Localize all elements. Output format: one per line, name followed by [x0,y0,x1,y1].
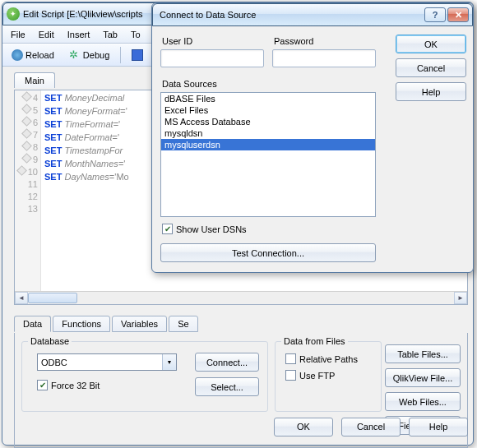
chevron-down-icon[interactable]: ▼ [162,354,176,370]
close-icon: ✕ [455,10,462,21]
qlikview-file-button[interactable]: QlikView File... [385,368,461,387]
list-item[interactable]: mysqldsn [161,127,375,139]
use-ftp-checkbox[interactable]: Use FTP [285,370,335,381]
tab-data[interactable]: Data [14,316,51,332]
tab-functions[interactable]: Functions [53,316,110,332]
main-ok-button[interactable]: OK [274,418,333,436]
dialog-button-column: OK Cancel Help [396,35,466,101]
datasources-listbox[interactable]: dBASE Files Excel Files MS Access Databa… [160,92,376,217]
reload-button[interactable]: Reload [6,47,60,63]
debug-icon: ✲ [69,49,81,61]
menu-tab[interactable]: Tab [96,28,124,41]
dialog-help-button[interactable]: Help [396,82,466,101]
debug-label: Debug [83,50,109,60]
combo-value: ODBC [41,358,67,367]
app-icon: ✦ [7,7,20,21]
save-button[interactable] [126,47,149,63]
use-ftp-label: Use FTP [299,371,335,381]
show-user-dsns-label: Show User DSNs [176,224,247,234]
files-legend: Data from Files [281,336,348,346]
tab-variables[interactable]: Variables [112,316,167,332]
scroll-thumb[interactable] [28,293,77,303]
checkbox-icon [285,353,296,364]
dialog-title: Connect to Data Source [156,10,423,20]
menu-edit[interactable]: Edit [32,28,61,41]
checkbox-icon: ✔ [37,380,48,390]
code-area[interactable]: SET MoneyDecimal SET MoneyFormat=' SET T… [44,92,129,184]
dialog-body: User ID Password Data Sources dBASE File… [159,31,466,266]
test-connection-button[interactable]: Test Connection... [160,243,376,262]
main-cancel-button[interactable]: Cancel [341,418,401,436]
lower-tabstrip: Data Functions Variables Se [14,316,468,332]
password-label: Password [274,36,313,46]
select-button[interactable]: Select... [195,377,259,396]
connect-datasource-dialog: Connect to Data Source ? ✕ User ID Passw… [151,2,474,273]
force-32bit-checkbox[interactable]: ✔ Force 32 Bit [37,380,100,390]
menu-tools[interactable]: To [124,28,147,41]
close-window-button[interactable]: ✕ [447,7,469,22]
checkbox-icon [285,370,296,381]
table-files-button[interactable]: Table Files... [385,344,461,363]
userid-label: User ID [162,36,192,46]
horizontal-scrollbar[interactable]: ◄ ► [15,291,467,304]
toolbar-separator [120,47,121,63]
dialog-titlebar[interactable]: Connect to Data Source ? ✕ [152,3,473,26]
userid-input[interactable] [160,49,264,67]
web-files-button[interactable]: Web Files... [385,392,461,411]
database-type-combo[interactable]: ODBC ▼ [37,353,177,371]
password-input[interactable] [272,49,376,67]
debug-button[interactable]: ✲ Debug [63,47,115,63]
database-fieldset: Database ODBC ▼ ✔ Force 32 Bit Connect..… [21,341,268,412]
relative-paths-checkbox[interactable]: Relative Paths [285,353,358,364]
list-item[interactable]: dBASE Files [161,93,375,104]
files-fieldset: Data from Files Relative Paths Use FTP [275,341,382,412]
save-icon [132,49,143,61]
script-tabstrip: Main [14,72,55,88]
main-help-button[interactable]: Help [409,418,468,436]
list-item[interactable]: Excel Files [161,104,375,116]
datasources-label: Data Sources [162,79,217,89]
help-window-button[interactable]: ? [424,7,446,22]
line-gutter: 4 5 6 7 8 9 10 11 12 13 [15,90,41,304]
force-32bit-label: Force 32 Bit [51,381,100,390]
dialog-cancel-button[interactable]: Cancel [396,58,466,77]
relative-paths-label: Relative Paths [299,354,358,364]
reload-icon [12,49,23,61]
show-user-dsns-checkbox[interactable]: ✔ Show User DSNs [162,224,247,234]
main-button-bar: OK Cancel Help [2,415,468,438]
scroll-left-icon[interactable]: ◄ [15,292,28,304]
checkbox-icon: ✔ [162,224,173,234]
connect-button[interactable]: Connect... [195,353,259,372]
tab-settings[interactable]: Se [169,316,197,332]
scroll-right-icon[interactable]: ► [454,292,467,304]
list-item[interactable]: MS Access Database [161,116,375,127]
database-legend: Database [28,336,72,346]
question-icon: ? [433,10,438,20]
reload-label: Reload [25,50,54,60]
dialog-ok-button[interactable]: OK [396,35,466,53]
menu-insert[interactable]: Insert [61,28,97,41]
list-item[interactable]: mysqluserdsn [161,139,375,150]
menu-file[interactable]: File [4,28,32,41]
tab-main[interactable]: Main [14,72,55,88]
